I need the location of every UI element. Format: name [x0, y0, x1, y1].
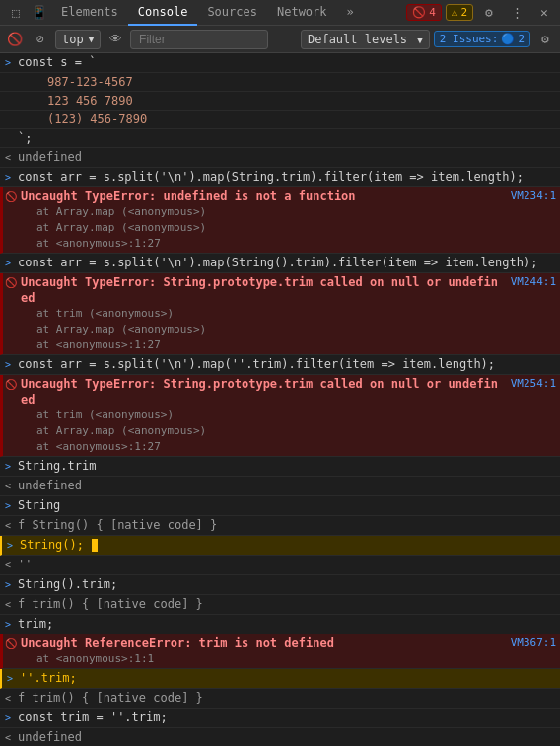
issues-badge[interactable]: 2 Issues: 🔵 2 — [434, 31, 530, 47]
tab-network[interactable]: Network — [267, 0, 337, 26]
list-item: < undefined — [0, 728, 560, 746]
console-text: '' — [16, 557, 556, 572]
device-icon[interactable]: 📱 — [28, 1, 51, 25]
input-arrow: > — [0, 169, 16, 186]
console-text: Uncaught TypeError: String.prototype.tri… — [19, 274, 556, 353]
more-icon[interactable]: ⋮ — [505, 1, 528, 25]
error-block: 🚫 Uncaught TypeError: String.prototype.t… — [0, 375, 560, 457]
issues-icon: 🔵 — [501, 33, 515, 45]
list-item: > const arr = s.split('\n').map(String()… — [0, 254, 560, 273]
input-arrow: > — [2, 670, 18, 687]
levels-dropdown[interactable]: Default levels ▼ — [301, 30, 430, 49]
list-item: 987-123-4567 — [0, 73, 560, 92]
output-arrow: < — [0, 596, 16, 613]
clear-console-icon[interactable]: 🚫 — [4, 29, 26, 50]
console-text: `; — [16, 130, 556, 146]
console-text: trim; — [16, 616, 556, 632]
top-context-selector[interactable]: top ▼ — [55, 30, 101, 49]
console-text: f trim() { [native code] } — [16, 690, 556, 706]
error-icon: 🚫 — [3, 376, 19, 393]
list-item: > String.trim — [0, 457, 560, 477]
output-arrow: < — [0, 729, 16, 746]
issues-settings-icon[interactable]: ⚙ — [534, 29, 556, 50]
console-text: String.trim — [16, 458, 556, 474]
error-count-badge[interactable]: 🚫 4 — [406, 4, 442, 21]
filter-input[interactable] — [130, 30, 268, 49]
console-text: 987-123-4567 — [16, 74, 556, 90]
list-item: < f trim() { [native code] } — [0, 689, 560, 709]
console-text: Uncaught TypeError: String.prototype.tri… — [19, 376, 556, 455]
list-item: 123 456 7890 — [0, 92, 560, 111]
console-text: f String() { [native code] } — [16, 517, 556, 533]
console-text: ''.trim; — [18, 670, 556, 686]
continuation-arrow — [0, 74, 16, 75]
list-item: < '' — [0, 556, 560, 575]
input-arrow: > — [2, 537, 18, 554]
console-output[interactable]: > const s = ` 987-123-4567 123 456 7890 … — [0, 53, 560, 746]
output-arrow: < — [0, 690, 16, 707]
filter-icon[interactable]: ⊘ — [30, 29, 51, 50]
inspect-icon[interactable]: ⬚ — [4, 1, 28, 25]
error-block: 🚫 Uncaught ReferenceError: trim is not d… — [0, 634, 560, 669]
input-arrow: > — [0, 616, 16, 633]
warn-icon: ⚠ — [452, 6, 458, 19]
console-text: const arr = s.split('\n').map(String.tri… — [16, 169, 556, 185]
console-text: undefined — [16, 149, 556, 165]
continuation-arrow — [0, 93, 16, 94]
console-text: const trim = ''.trim; — [16, 709, 556, 725]
levels-arrow-icon: ▼ — [417, 36, 422, 45]
tab-sources[interactable]: Sources — [197, 0, 267, 26]
console-text: String — [16, 497, 556, 513]
devtools-window: ⬚ 📱 Elements Console Sources Network » 🚫… — [0, 0, 560, 746]
output-arrow: < — [0, 517, 16, 534]
output-arrow: < — [0, 149, 16, 166]
input-arrow: > — [0, 458, 16, 475]
list-item: > ''.trim; — [0, 669, 560, 689]
console-text: String(); — [18, 537, 556, 553]
list-item: > const trim = ''.trim; — [0, 709, 560, 728]
close-icon[interactable]: ✕ — [532, 1, 556, 25]
continuation-arrow — [0, 112, 16, 112]
input-arrow: > — [0, 54, 16, 71]
console-text: Uncaught ReferenceError: trim is not def… — [19, 635, 556, 667]
error-block: 🚫 Uncaught TypeError: undefined is not a… — [0, 187, 560, 254]
list-item: < f trim() { [native code] } — [0, 595, 560, 615]
list-item: > const arr = s.split('\n').map(''.trim)… — [0, 355, 560, 375]
list-item: < f String() { [native code] } — [0, 516, 560, 536]
list-item: (123) 456-7890 — [0, 111, 560, 129]
output-arrow: < — [0, 557, 16, 573]
console-text: const arr = s.split('\n').map(''.trim).f… — [16, 356, 556, 372]
tab-more[interactable]: » — [337, 0, 364, 26]
error-icon: 🚫 — [3, 274, 19, 291]
warn-count-badge[interactable]: ⚠ 2 — [446, 4, 473, 21]
error-icon: 🚫 — [3, 635, 19, 652]
console-text: const arr = s.split('\n').map(String().t… — [16, 255, 556, 270]
list-item: > String — [0, 496, 560, 516]
output-arrow: < — [0, 478, 16, 494]
tab-elements[interactable]: Elements — [51, 0, 128, 26]
console-text: const s = ` — [16, 54, 556, 70]
list-item: > trim; — [0, 615, 560, 634]
list-item: < undefined — [0, 477, 560, 496]
console-text: 123 456 7890 — [16, 93, 556, 109]
list-item: > String().trim; — [0, 575, 560, 595]
dropdown-arrow-icon: ▼ — [89, 35, 94, 44]
console-text: f trim() { [native code] } — [16, 596, 556, 612]
console-text: undefined — [16, 729, 556, 745]
top-nav: ⬚ 📱 Elements Console Sources Network » 🚫… — [0, 0, 560, 26]
input-arrow: > — [0, 576, 16, 593]
error-block: 🚫 Uncaught TypeError: String.prototype.t… — [0, 273, 560, 355]
settings-icon[interactable]: ⚙ — [477, 1, 501, 25]
error-icon: 🚫 — [412, 6, 426, 19]
input-arrow: > — [0, 356, 16, 373]
input-arrow: > — [0, 709, 16, 726]
eye-icon[interactable]: 👁 — [105, 29, 126, 50]
list-item: > const s = ` — [0, 53, 560, 73]
continuation-arrow — [0, 130, 16, 131]
list-item: `; — [0, 129, 560, 148]
list-item: < undefined — [0, 148, 560, 168]
tab-console[interactable]: Console — [128, 0, 198, 26]
list-item: > const arr = s.split('\n').map(String.t… — [0, 168, 560, 187]
input-arrow: > — [0, 255, 16, 271]
console-text: Uncaught TypeError: undefined is not a f… — [19, 188, 556, 252]
